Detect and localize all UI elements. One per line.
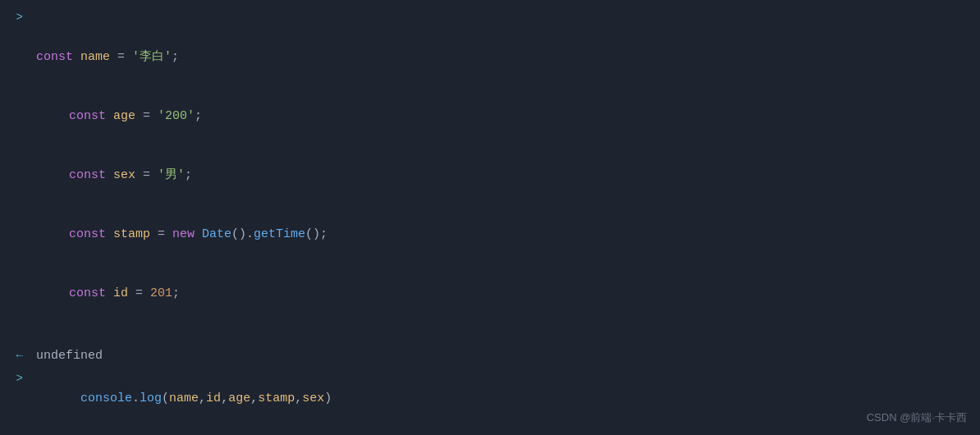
boxed-simple-content: 李白 201 200 1638022615210 男 — [30, 432, 980, 435]
output-boxed-simple: 李白 201 200 1638022615210 男 — [0, 430, 980, 435]
log1-code: console.log(name,id,age,stamp,sex) — [30, 369, 980, 428]
output-undefined-1: ← undefined — [0, 345, 980, 368]
output-arrow-1: ← — [0, 346, 30, 364]
declarations-code: const name = '李白'; const age = '200'; co… — [30, 8, 980, 343]
code-block-declarations: > const name = '李白'; const age = '200'; … — [0, 7, 980, 345]
prompt-arrow: > — [0, 8, 30, 26]
watermark: CSDN @前端·卡卡西 — [867, 410, 967, 427]
undefined-text-1: undefined — [30, 346, 980, 366]
code-line-log1: > console.log(name,id,age,stamp,sex) — [0, 368, 980, 430]
prompt-arrow-2: > — [0, 369, 30, 387]
console-panel: > const name = '李白'; const age = '200'; … — [0, 0, 980, 435]
